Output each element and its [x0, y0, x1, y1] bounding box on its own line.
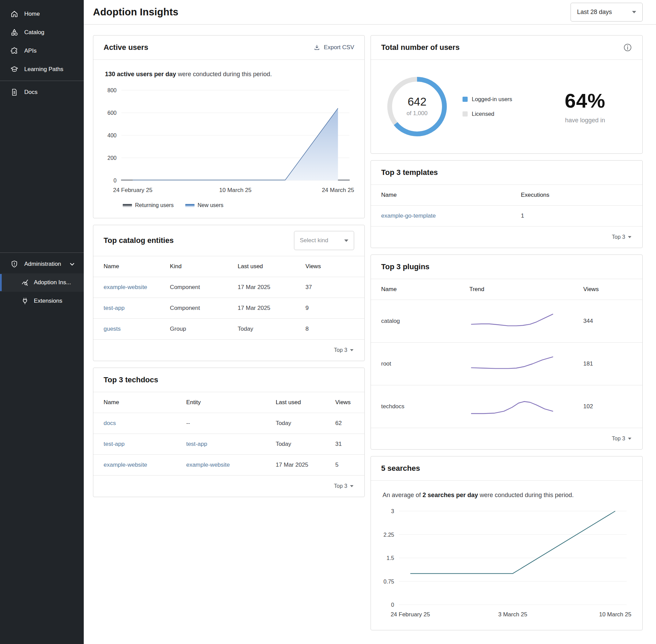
kind-select[interactable]: Select kind: [294, 231, 354, 250]
sidebar-item-apis[interactable]: APIs: [0, 42, 84, 60]
column-header: Executions: [518, 185, 642, 206]
home-icon: [10, 10, 18, 18]
docs-icon: [10, 88, 18, 96]
total-users-card: Total number of users 642 of 1,000: [371, 35, 643, 154]
entity-link[interactable]: example-website: [186, 462, 230, 468]
caret-down-icon: [350, 485, 353, 487]
table-row: techdocs 102: [371, 385, 642, 428]
caret-down-icon: [632, 11, 636, 13]
new-users-swatch: [185, 204, 195, 207]
adoption-insights-icon: [21, 278, 29, 287]
kind-select-placeholder: Select kind: [300, 237, 328, 244]
top3-dropdown[interactable]: Top 3: [371, 428, 642, 449]
sidebar-item-label: Catalog: [24, 29, 44, 36]
top-catalog-entities-card: Top catalog entities Select kind Name Ki…: [93, 225, 365, 361]
column-header: Last used: [272, 392, 332, 413]
top3-dropdown[interactable]: Top 3: [93, 476, 364, 497]
column-header: Name: [371, 185, 518, 206]
info-icon[interactable]: [623, 43, 632, 52]
svg-text:10 March 25: 10 March 25: [219, 187, 252, 193]
sidebar-item-learning-paths[interactable]: Learning Paths: [0, 60, 84, 79]
sidebar-item-administration[interactable]: Administration: [0, 255, 84, 273]
download-icon: [313, 44, 320, 51]
dashboard-grid: Active users Export CSV 130 active users…: [84, 25, 656, 644]
learning-paths-icon: [10, 65, 18, 73]
date-range-select[interactable]: Last 28 days: [571, 3, 643, 22]
top-templates-card: Top 3 templates Name Executions example-…: [371, 160, 643, 248]
searches-chart: 32.251.50.75024 February 253 March 2510 …: [381, 506, 631, 622]
trend-sparkline: [469, 396, 555, 417]
card-title: 5 searches: [381, 464, 420, 473]
svg-text:24 March 25: 24 March 25: [322, 187, 354, 193]
techdoc-link[interactable]: example-website: [104, 462, 147, 468]
plug-icon: [21, 297, 29, 305]
svg-text:24 February 25: 24 February 25: [113, 187, 152, 193]
sidebar-item-label: Extensions: [34, 298, 62, 304]
sidebar-item-label: APIs: [24, 47, 37, 54]
plugins-table: Name Trend Views catalog 344 root: [371, 279, 642, 428]
entity-link[interactable]: test-app: [186, 441, 207, 447]
card-title: Active users: [104, 43, 148, 52]
export-csv-button[interactable]: Export CSV: [313, 44, 354, 51]
top3-dropdown[interactable]: Top 3: [371, 227, 642, 248]
card-title: Total number of users: [381, 43, 459, 52]
total-users-body: 642 of 1,000 Logged-in users Licensed: [371, 60, 642, 153]
donut-legend: Logged-in users Licensed: [463, 96, 512, 117]
caret-down-icon: [350, 349, 353, 351]
template-link[interactable]: example-go-template: [381, 213, 436, 219]
caret-down-icon: [628, 438, 631, 440]
sidebar-item-home[interactable]: Home: [0, 5, 84, 23]
shield-icon: [10, 260, 18, 268]
svg-text:24 February 25: 24 February 25: [391, 611, 430, 618]
logged-in-swatch: [463, 97, 468, 102]
column-header: Name: [93, 256, 166, 277]
entity-link[interactable]: test-app: [104, 305, 124, 311]
sidebar-divider: [0, 252, 84, 253]
column-header: Kind: [166, 256, 234, 277]
table-row: test-app Component 17 Mar 2025 9: [93, 298, 364, 319]
sidebar-item-docs[interactable]: Docs: [0, 83, 84, 101]
sidebar-spacer: [0, 101, 84, 250]
techdoc-link[interactable]: docs: [104, 420, 116, 426]
svg-text:2.25: 2.25: [384, 532, 394, 538]
adoption-insights-page: Home Catalog APIs Learning Paths Docs Ad…: [0, 0, 656, 644]
caret-down-icon: [344, 239, 348, 242]
sidebar-item-label: Docs: [24, 89, 38, 96]
card-title: Top 3 plugins: [381, 262, 429, 271]
card-title: Top catalog entities: [104, 236, 174, 245]
catalog-icon: [10, 28, 18, 37]
searches-summary: An average of 2 searches per day were co…: [381, 490, 632, 506]
techdocs-table: Name Entity Last used Views docs -- Toda…: [93, 392, 364, 476]
svg-text:600: 600: [107, 110, 117, 116]
searches-card: 5 searches An average of 2 searches per …: [371, 456, 643, 630]
sidebar-item-label: Learning Paths: [24, 66, 63, 73]
left-column: Active users Export CSV 130 active users…: [93, 35, 365, 497]
techdoc-link[interactable]: test-app: [104, 441, 124, 447]
active-users-card: Active users Export CSV 130 active users…: [93, 35, 365, 218]
catalog-entities-table: Name Kind Last used Views example-websit…: [93, 256, 364, 340]
svg-text:200: 200: [107, 155, 117, 161]
sidebar-item-extensions[interactable]: Extensions: [0, 292, 84, 310]
sidebar-item-label: Home: [24, 11, 40, 17]
right-column: Total number of users 642 of 1,000: [371, 35, 643, 630]
caret-down-icon: [628, 236, 631, 238]
sidebar: Home Catalog APIs Learning Paths Docs Ad…: [0, 0, 84, 644]
table-row: example-website Component 17 Mar 2025 37: [93, 277, 364, 298]
table-row: root 181: [371, 343, 642, 385]
svg-text:0: 0: [113, 178, 117, 183]
chevron-down-icon: [68, 260, 76, 268]
percent-subtext: have logged in: [565, 117, 605, 124]
top-plugins-card: Top 3 plugins Name Trend Views catalog: [371, 255, 643, 450]
sidebar-item-adoption-insights[interactable]: Adoption Ins...: [0, 273, 84, 292]
entity-link[interactable]: guests: [104, 326, 121, 332]
active-users-summary: 130 active users per day were conducted …: [104, 69, 354, 85]
apis-icon: [10, 47, 18, 55]
percent-value: 64%: [565, 89, 605, 112]
sidebar-item-catalog[interactable]: Catalog: [0, 23, 84, 42]
svg-text:400: 400: [107, 133, 117, 138]
column-header: Name: [93, 392, 183, 413]
entity-link[interactable]: example-website: [104, 284, 147, 290]
top3-dropdown[interactable]: Top 3: [93, 340, 364, 361]
svg-text:3 March 25: 3 March 25: [498, 611, 527, 618]
users-donut-chart: 642 of 1,000: [385, 74, 450, 139]
